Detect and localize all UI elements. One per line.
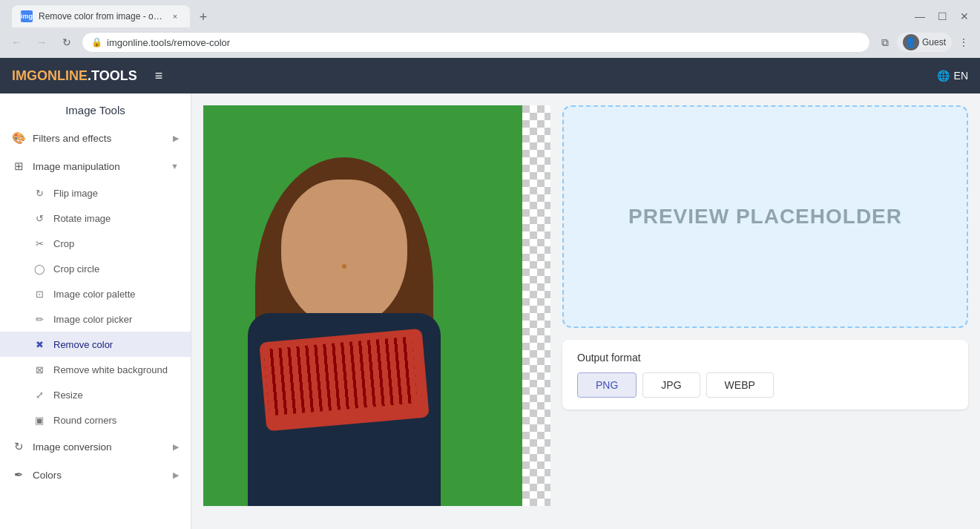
address-bar-row: ← → ↻ 🔒 imgonline.tools/remove-color ⧉ 👤… [0,28,980,58]
image-preview-container [203,105,550,517]
rotate-icon: ↺ [33,211,46,225]
resize-icon: ⤢ [33,388,46,401]
sidebar-item-filters[interactable]: 🎨 Filters and effects ▶ [0,124,191,152]
manipulation-icon: ⊞ [12,160,25,173]
main-content: Image Tools 🎨 Filters and effects ▶ ⊞ Im… [0,93,980,529]
colors-label: Colors [33,470,165,481]
face [281,180,407,328]
tab-title: Remove color from image - onlin [39,11,163,22]
flip-label: Flip image [53,188,98,199]
sub-item-flip[interactable]: ↻ Flip image [0,180,191,206]
tab-close-button[interactable]: × [169,10,181,22]
title-bar: img Remove color from image - onlin × + … [0,0,980,28]
conversion-label: Image conversion [33,441,165,453]
manipulation-arrow-icon: ▼ [171,162,179,171]
lang-label: EN [954,70,968,82]
nose-ring [342,264,346,269]
sidebar-title: Image Tools [0,93,191,124]
maximize-button[interactable]: ☐ [933,7,952,26]
scarf-pattern [263,336,417,415]
tab-favicon: img [21,10,33,22]
sub-item-remove-color[interactable]: ✖ Remove color [0,332,191,357]
globe-icon: 🌐 [937,70,950,82]
crop-label: Crop [53,238,74,249]
window-controls-right: — ☐ ✕ [910,7,974,26]
filters-icon: 🎨 [12,131,25,145]
conversion-arrow-icon: ▶ [173,442,179,452]
sub-item-round-corners[interactable]: ▣ Round corners [0,407,191,433]
output-format-title: Output format [577,352,953,364]
remove-color-icon: ✖ [33,338,46,351]
sub-item-crop[interactable]: ✂ Crop [0,231,191,256]
sidebar-item-image-conversion[interactable]: ↻ Image conversion ▶ [0,433,191,461]
filters-arrow-icon: ▶ [173,134,179,143]
sub-item-rotate[interactable]: ↺ Rotate image [0,206,191,231]
person-silhouette [240,135,448,506]
app-container: IMGONLINE.TOOLS ≡ 🌐 EN Image Tools 🎨 Fil… [0,58,980,529]
reload-button[interactable]: ↻ [56,32,77,53]
extensions-button[interactable]: ⧉ [875,32,895,53]
rotate-label: Rotate image [53,213,111,224]
preview-placeholder: PREVIEW PLACEHOLDER [628,205,902,229]
tab-strip: img Remove color from image - onlin × + [12,5,904,27]
forward-button[interactable]: → [31,32,52,53]
sub-items: ↻ Flip image ↺ Rotate image ✂ Crop ◯ Cro… [0,180,191,433]
colors-icon: ✒ [12,468,25,482]
browser-actions: ⧉ 👤 Guest ⋮ [875,32,974,53]
format-png-button[interactable]: PNG [577,372,637,398]
sub-item-color-palette[interactable]: ⊡ Image color palette [0,281,191,306]
round-corners-label: Round corners [53,415,116,426]
format-buttons: PNG JPG WEBP [577,372,953,398]
person-photo [203,105,522,506]
conversion-icon: ↻ [12,440,25,453]
drop-zone[interactable]: PREVIEW PLACEHOLDER [562,105,968,328]
sidebar-item-colors[interactable]: ✒ Colors ▶ [0,461,191,489]
back-button[interactable]: ← [6,32,27,53]
flip-icon: ↻ [33,186,46,200]
profile-button[interactable]: 👤 Guest [897,33,952,52]
sub-item-remove-white-bg[interactable]: ⊠ Remove white background [0,357,191,382]
browser-chrome: img Remove color from image - onlin × + … [0,0,980,58]
palette-label: Image color palette [53,289,136,300]
picker-label: Image color picker [53,314,132,325]
minimize-button[interactable]: — [910,7,930,26]
sub-item-color-picker[interactable]: ✏ Image color picker [0,306,191,332]
image-canvas [203,105,550,506]
format-jpg-button[interactable]: JPG [642,372,700,398]
remove-white-bg-label: Remove white background [53,364,168,375]
profile-label: Guest [922,37,946,47]
close-window-button[interactable]: ✕ [955,7,974,26]
top-nav: IMGONLINE.TOOLS ≡ 🌐 EN [0,58,980,93]
content-area: PREVIEW PLACEHOLDER Output format PNG JP… [191,93,980,529]
brand-logo: IMGONLINE.TOOLS [12,68,137,84]
right-panel: PREVIEW PLACEHOLDER Output format PNG JP… [562,105,968,517]
brand-img: IMG [12,68,37,84]
brand-tools: .TOOLS [88,68,137,84]
sidebar-item-image-manipulation[interactable]: ⊞ Image manipulation ▼ [0,152,191,180]
new-tab-button[interactable]: + [193,7,214,27]
palette-icon: ⊡ [33,287,46,300]
sidebar: Image Tools 🎨 Filters and effects ▶ ⊞ Im… [0,93,191,529]
picker-icon: ✏ [33,312,46,326]
remove-white-bg-icon: ⊠ [33,363,46,376]
manipulation-label: Image manipulation [33,161,163,172]
hamburger-button[interactable]: ≡ [149,65,169,87]
format-webp-button[interactable]: WEBP [706,372,774,398]
colors-arrow-icon: ▶ [173,470,179,480]
address-text: imgonline.tools/remove-color [107,37,861,48]
active-tab[interactable]: img Remove color from image - onlin × [12,5,190,27]
filters-label: Filters and effects [33,133,165,144]
language-button[interactable]: 🌐 EN [937,70,968,82]
remove-color-label: Remove color [53,339,113,350]
profile-avatar: 👤 [903,34,919,50]
crop-circle-label: Crop circle [53,263,99,275]
crop-icon: ✂ [33,237,46,250]
sub-item-resize[interactable]: ⤢ Resize [0,382,191,407]
lock-icon: 🔒 [91,37,102,47]
browser-menu-button[interactable]: ⋮ [953,32,974,53]
output-format-card: Output format PNG JPG WEBP [562,340,968,410]
address-bar[interactable]: 🔒 imgonline.tools/remove-color [82,32,870,53]
brand-online: ONLINE [37,68,88,84]
sub-item-crop-circle[interactable]: ◯ Crop circle [0,256,191,281]
resize-label: Resize [53,390,83,401]
